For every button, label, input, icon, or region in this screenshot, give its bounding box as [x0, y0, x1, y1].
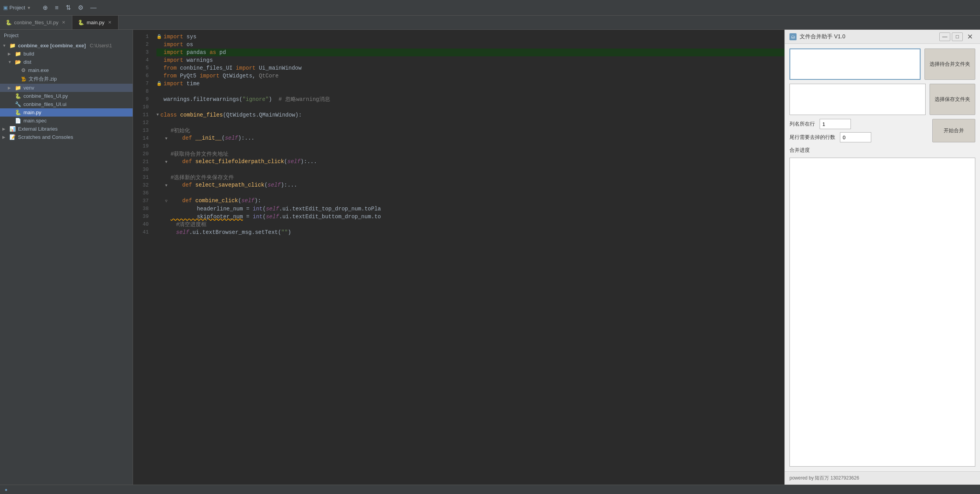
- code-lines[interactable]: 🔒 import sys import os import pandas as …: [153, 30, 784, 485]
- folder-icon-ext-libs: 📊: [9, 126, 16, 132]
- code-line-7: 🔒 import time: [156, 80, 784, 88]
- arrow-dist: ▼: [8, 60, 13, 64]
- code-line-14: ▼ def __init__(self):...: [156, 135, 784, 142]
- arrow-scratches: ▶: [2, 135, 7, 139]
- sidebar-item-combine-ui[interactable]: ▶ 🔧 conbine_files_UI.ui: [0, 100, 133, 108]
- sidebar-item-root[interactable]: ▼ 📁 conbine_exe [combine_exe] C:\Users\1: [0, 41, 133, 50]
- venv-label: venv: [23, 85, 34, 91]
- helper-title-buttons: — □ ✕: [939, 32, 975, 41]
- zip-label: 文件合并.zip: [29, 75, 57, 83]
- code-line-4: import warnings: [156, 56, 784, 64]
- dropdown-arrow[interactable]: ▼: [27, 5, 31, 10]
- helper-combine-btn[interactable]: 开始合并: [932, 119, 975, 142]
- sidebar: Project ▼ 📁 conbine_exe [combine_exe] C:…: [0, 30, 133, 485]
- file-icon-zip: 🗜: [21, 76, 26, 82]
- helper-close-btn[interactable]: ✕: [964, 32, 975, 41]
- helper-save-folder-input[interactable]: [789, 84, 926, 115]
- main-py-label: main.py: [23, 110, 41, 115]
- ext-libs-label: External Libraries: [18, 126, 58, 132]
- helper-row-3: 列名所在行 尾行需要去掉的行数 开始合并: [789, 119, 975, 142]
- root-label: conbine_exe [combine_exe]: [18, 43, 86, 49]
- sidebar-item-scratches[interactable]: ▶ 📝 Scratches and Consoles: [0, 133, 133, 141]
- sort-btn[interactable]: ⇅: [63, 3, 73, 12]
- tab-close-1[interactable]: ✕: [61, 20, 67, 25]
- toolbar: ⊕ ≡ ⇅ ⚙ —: [40, 3, 99, 12]
- project-logo: ▣ Project ▼: [3, 5, 31, 11]
- helper-form-row-2: 尾行需要去掉的行数: [789, 132, 928, 142]
- tab-combine-files-ui[interactable]: 🐍 conbine_files_UI.py ✕: [0, 16, 72, 29]
- helper-maximize-btn[interactable]: □: [952, 32, 963, 41]
- settings-btn[interactable]: ⚙: [76, 3, 86, 12]
- editor-content[interactable]: 1 2 3 4 5 6 7 8 9 10 11 12 13 14 19 20 2…: [133, 30, 784, 485]
- sidebar-item-dist[interactable]: ▼ 📂 dist: [0, 58, 133, 66]
- tab-label-2: main.py: [86, 20, 104, 25]
- helper-footer-input[interactable]: [840, 132, 871, 142]
- code-line-11: ▼ class combine_files(QtWidgets.QMainWin…: [156, 111, 784, 119]
- sidebar-item-main-py[interactable]: ▶ 🐍 main.py: [0, 108, 133, 117]
- file-icon-main-py: 🐍: [15, 110, 21, 115]
- sidebar-item-build[interactable]: ▶ 📁 build: [0, 50, 133, 58]
- helper-form-row-1: 列名所在行: [789, 119, 928, 129]
- file-icon-combine-ui: 🔧: [15, 101, 21, 107]
- combine-py-label: conbine_files_UI.py: [23, 93, 68, 99]
- arrow-build: ▶: [8, 52, 13, 56]
- root-path: C:\Users\1: [90, 43, 112, 49]
- scratches-label: Scratches and Consoles: [18, 134, 73, 140]
- helper-minimize-btn[interactable]: —: [939, 32, 950, 41]
- code-line-38: headerline_num = int(self.ui.textEdit_to…: [156, 205, 784, 213]
- code-line-36: [156, 189, 784, 197]
- code-line-37: ▽ def combine_click(self):: [156, 197, 784, 205]
- code-line-6: from PyQt5 import QtWidgets, QtCore: [156, 72, 784, 80]
- main-spec-label: main.spec: [23, 118, 47, 124]
- status-bar: ●: [0, 485, 980, 494]
- tab-main-py[interactable]: 🐍 main.py ✕: [72, 16, 119, 29]
- helper-title-text: 文件合并助手 V1.0: [800, 33, 936, 40]
- code-line-5: from conbine_files_UI import Ui_mainWind…: [156, 64, 784, 72]
- dist-label: dist: [23, 59, 31, 65]
- code-line-30: [156, 166, 784, 174]
- file-icon-main-spec: 📄: [15, 118, 21, 124]
- file-icon-mainexe: ⚙: [21, 67, 26, 73]
- helper-progress-section: 合并进度: [789, 146, 975, 154]
- code-line-19: [156, 142, 784, 150]
- sidebar-item-venv[interactable]: ▶ 📁 venv: [0, 84, 133, 92]
- sidebar-item-main-spec[interactable]: ▶ 📄 main.spec: [0, 117, 133, 125]
- project-icon: ▣: [3, 5, 8, 11]
- folder-icon-root: 📁: [9, 43, 16, 49]
- sidebar-item-combine-ui-py[interactable]: ▶ 🐍 conbine_files_UI.py: [0, 92, 133, 100]
- code-line-31: #选择新的文件夹保存文件: [156, 174, 784, 181]
- helper-panel: 🗂 文件合并助手 V1.0 — □ ✕ 选择待合并文件夹 选择保存文件夹: [784, 30, 980, 485]
- arrow-venv: ▶: [8, 86, 13, 90]
- code-line-1: 🔒 import sys: [156, 33, 784, 41]
- folder-icon-dist: 📂: [15, 59, 21, 65]
- helper-select-save-btn[interactable]: 选择保存文件夹: [930, 84, 975, 115]
- code-line-2: import os: [156, 41, 784, 49]
- code-line-10: [156, 103, 784, 111]
- sidebar-header: Project: [0, 30, 133, 41]
- code-line-13: #初始化: [156, 127, 784, 135]
- helper-select-folder-btn[interactable]: 选择待合并文件夹: [924, 49, 975, 80]
- project-label: Project: [9, 5, 25, 11]
- footer-label: 尾行需要去掉的行数: [789, 134, 835, 141]
- sidebar-item-zip[interactable]: ▶ 🗜 文件合并.zip: [0, 74, 133, 84]
- sidebar-item-ext-libs[interactable]: ▶ 📊 External Libraries: [0, 125, 133, 133]
- sidebar-item-mainexe[interactable]: ▶ ⚙ main.exe: [0, 66, 133, 74]
- helper-row-input[interactable]: [820, 119, 851, 129]
- combine-ui-label: conbine_files_UI.ui: [23, 101, 67, 107]
- minimize-panel-btn[interactable]: —: [88, 3, 99, 12]
- code-line-21: ▼ def select_filefolderpath_click(self):…: [156, 158, 784, 166]
- code-line-3: import pandas as pd: [156, 49, 784, 56]
- structure-btn[interactable]: ≡: [52, 3, 61, 12]
- code-line-39: skipfooter_num = int(self.ui.textEdit_bu…: [156, 213, 784, 221]
- top-bar: ▣ Project ▼ ⊕ ≡ ⇅ ⚙ —: [0, 0, 980, 16]
- add-file-btn[interactable]: ⊕: [40, 3, 50, 12]
- tab-icon-2: 🐍: [78, 20, 84, 25]
- code-line-9: warnings.filterwarnings("ignore") # 忽略wa…: [156, 95, 784, 103]
- tab-icon-1: 🐍: [5, 20, 12, 25]
- row-label: 列名所在行: [789, 120, 815, 128]
- helper-folder-input[interactable]: [789, 49, 921, 80]
- build-label: build: [23, 51, 34, 57]
- tab-close-2[interactable]: ✕: [107, 20, 113, 25]
- mainexe-label: main.exe: [28, 67, 49, 73]
- code-line-40: #清空进度框: [156, 221, 784, 228]
